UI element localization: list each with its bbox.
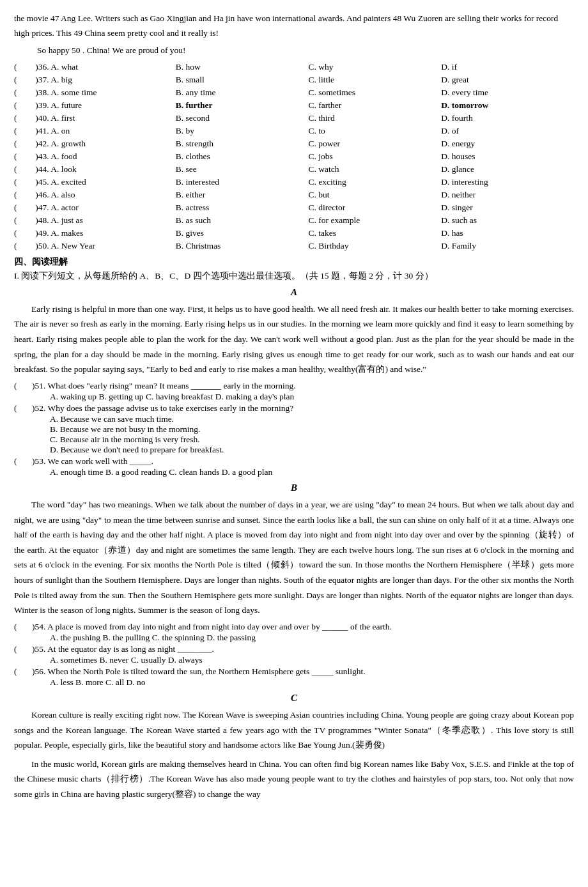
list-item: C. Because air in the morning is very fr…: [50, 435, 574, 445]
table-row: ( )39. A. future B. further C. farther D…: [14, 99, 574, 112]
option-b: B. gives: [176, 227, 309, 240]
q53-options: A. enough time B. a good reading C. clea…: [50, 467, 574, 477]
option-c: C. Birthday: [309, 240, 442, 252]
option-d: D. if: [441, 61, 574, 73]
q51-text: )51. What does "early rising" mean? It m…: [32, 381, 296, 391]
option-b: B. further: [176, 99, 309, 112]
option-a: )41. A. on: [35, 125, 176, 137]
passage-b-text: The word "day" has two meanings. When we…: [14, 497, 574, 618]
option-d: D. glance: [441, 163, 574, 176]
q53-paren: (: [14, 456, 32, 467]
option-a: )42. A. growth: [35, 137, 176, 150]
option-b: B. as such: [176, 214, 309, 227]
option-c: C. but: [309, 189, 442, 201]
q52-block: ( )52. Why does the passage advise us to…: [14, 403, 574, 455]
option-a: )39. A. future: [35, 99, 176, 112]
option-b: B. any time: [176, 86, 309, 99]
option-a: )49. A. makes: [35, 227, 176, 240]
option-c: C. why: [309, 61, 442, 73]
q51-options: A. waking up B. getting up C. having bre…: [50, 392, 574, 402]
table-row: ( )50. A. New Year B. Christmas C. Birth…: [14, 240, 574, 252]
table-row: ( )36. A. what B. how C. why D. if: [14, 61, 574, 73]
option-d: D. every time: [441, 86, 574, 99]
option-a: )47. A. actor: [35, 201, 176, 214]
option-b: B. either: [176, 189, 309, 201]
intro-paragraph: the movie 47 Ang Lee. Writers such as Ga…: [14, 12, 574, 58]
q52-paren: (: [14, 403, 32, 413]
option-a: )37. A. big: [35, 73, 176, 86]
list-item: A. less B. more C. all D. no: [50, 677, 574, 688]
table-row: ( )41. A. on B. by C. to D. of: [14, 125, 574, 137]
passage-c1-text: Korean culture is really exciting right …: [14, 707, 574, 753]
table-row: ( )43. A. food B. clothes C. jobs D. hou…: [14, 150, 574, 163]
paren: (: [14, 189, 35, 201]
option-c: C. power: [309, 137, 442, 150]
q55-paren: (: [14, 644, 32, 654]
table-row: ( )47. A. actor B. actress C. director D…: [14, 201, 574, 214]
q53-text: )53. We can work well with _____.: [32, 456, 153, 467]
section4-header: 四、阅读理解: [14, 256, 574, 268]
option-b: B. small: [176, 73, 309, 86]
option-a: )48. A. just as: [35, 214, 176, 227]
option-d: D. fourth: [441, 112, 574, 125]
table-row: ( )49. A. makes B. gives C. takes D. has: [14, 227, 574, 240]
q54-block: ( )54. A place is moved from day into ni…: [14, 622, 574, 643]
table-row: ( )44. A. look B. see C. watch D. glance: [14, 163, 574, 176]
option-b: B. Christmas: [176, 240, 309, 252]
option-a: )40. A. first: [35, 112, 176, 125]
table-row: ( )40. A. first B. second C. third D. fo…: [14, 112, 574, 125]
list-item: A. enough time B. a good reading C. clea…: [50, 467, 574, 477]
option-d: D. houses: [441, 150, 574, 163]
paren: (: [14, 150, 35, 163]
paren: (: [14, 86, 35, 99]
option-c: C. watch: [309, 163, 442, 176]
q56-paren: (: [14, 667, 32, 677]
option-c: C. little: [309, 73, 442, 86]
option-c: C. to: [309, 125, 442, 137]
option-c: C. takes: [309, 227, 442, 240]
list-item: D. Because we don't need to prepare for …: [50, 445, 574, 455]
option-c: C. third: [309, 112, 442, 125]
option-d: D. singer: [441, 201, 574, 214]
option-a: )50. A. New Year: [35, 240, 176, 252]
intro-line2: So happy 50 . China! We are proud of you…: [14, 43, 574, 58]
paren: (: [14, 99, 35, 112]
paren: (: [14, 61, 35, 73]
option-a: )38. A. some time: [35, 86, 176, 99]
option-d: D. tomorrow: [441, 99, 574, 112]
q51-block: ( )51. What does "early rising" mean? It…: [14, 381, 574, 402]
option-c: C. sometimes: [309, 86, 442, 99]
paren: (: [14, 227, 35, 240]
list-item: A. the pushing B. the pulling C. the spi…: [50, 633, 574, 643]
q55-options: A. sometimes B. never C. usually D. alwa…: [50, 655, 574, 665]
option-d: D. such as: [441, 214, 574, 227]
passage-c2-text: In the music world, Korean girls are mak…: [14, 757, 574, 802]
table-row: ( )37. A. big B. small C. little D. grea…: [14, 73, 574, 86]
option-c: C. jobs: [309, 150, 442, 163]
option-a: )46. A. also: [35, 189, 176, 201]
option-d: D. great: [441, 73, 574, 86]
mcq-table: ( )36. A. what B. how C. why D. if ( )37…: [14, 61, 574, 252]
option-c: C. exciting: [309, 176, 442, 189]
paren: (: [14, 73, 35, 86]
option-d: D. of: [441, 125, 574, 137]
paren: (: [14, 214, 35, 227]
option-b: B. second: [176, 112, 309, 125]
list-item: A. sometimes B. never C. usually D. alwa…: [50, 655, 574, 665]
list-item: B. Because we are not busy in the mornin…: [50, 424, 574, 435]
option-d: D. energy: [441, 137, 574, 150]
option-c: C. director: [309, 201, 442, 214]
q56-options: A. less B. more C. all D. no: [50, 677, 574, 688]
passage-a-text: Early rising is helpful in more than one…: [14, 302, 574, 377]
paren: (: [14, 176, 35, 189]
option-a: )44. A. look: [35, 163, 176, 176]
table-row: ( )46. A. also B. either C. but D. neith…: [14, 189, 574, 201]
paren: (: [14, 112, 35, 125]
q56-text: )56. When the North Pole is tilted towar…: [32, 667, 366, 677]
option-d: D. has: [441, 227, 574, 240]
option-b: B. clothes: [176, 150, 309, 163]
option-a: )45. A. excited: [35, 176, 176, 189]
passage-c-label: C: [14, 693, 574, 704]
table-row: ( )48. A. just as B. as such C. for exam…: [14, 214, 574, 227]
option-d: D. neither: [441, 189, 574, 201]
